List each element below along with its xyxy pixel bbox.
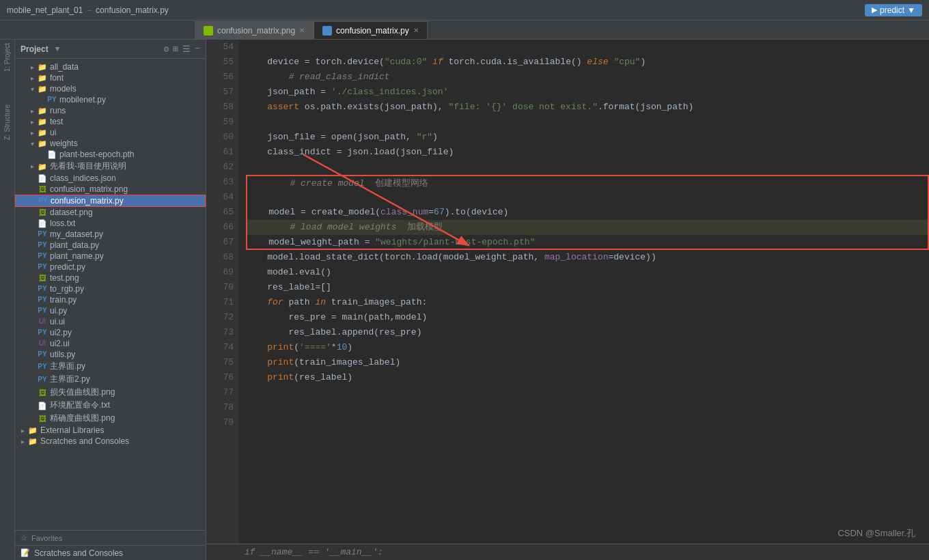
- tree-item-plant_name_py[interactable]: PYplant_name.py: [15, 251, 206, 262]
- project-header-title: Project: [20, 44, 48, 54]
- line-number-71: 71: [206, 295, 234, 310]
- code-line-73: res_label.append(res_pre): [246, 325, 929, 340]
- tree-item-my_dataset_py[interactable]: PYmy_dataset.py: [15, 229, 206, 240]
- file-icon: 📄: [46, 150, 57, 158]
- predict-button[interactable]: ▶ predict ▼: [865, 4, 922, 16]
- arrow-icon: ▸: [27, 107, 37, 115]
- tree-item-weights[interactable]: ▾📁weights: [15, 138, 206, 149]
- header-icon-gear[interactable]: ⚙: [164, 44, 169, 55]
- tree-item-runs[interactable]: ▸📁runs: [15, 105, 206, 116]
- code-area[interactable]: device = torch.device("cuda:0" if torch.…: [239, 40, 929, 544]
- tree-item-confusion_matrix_png_item[interactable]: 🖼confusion_matrix.png: [15, 184, 206, 195]
- line-number-76: 76: [206, 370, 234, 385]
- code-line-55: device = torch.device("cuda:0" if torch.…: [246, 55, 929, 70]
- sidebar-strip-structure[interactable]: Z: Structure: [3, 104, 11, 140]
- py-icon: PY: [37, 252, 48, 260]
- predict-label: predict: [880, 5, 904, 15]
- header-icon-close[interactable]: −: [195, 44, 200, 55]
- line-number-65: 65: [206, 205, 234, 220]
- tree-item-label: weights: [50, 139, 78, 148]
- py-icon: PY: [37, 376, 48, 384]
- arrow-icon: ▸: [27, 74, 37, 82]
- tree-item-ui2_py[interactable]: PYui2.py: [15, 327, 206, 338]
- tree-item-to_rgb_py[interactable]: PYto_rgb.py: [15, 283, 206, 294]
- tree-item-ui2_ui[interactable]: UIui2.ui: [15, 338, 206, 349]
- tree-item-all_data[interactable]: ▸📁all_data: [15, 61, 206, 72]
- tree-item-zhujiemian2_py[interactable]: PY主界面2.py: [15, 373, 206, 386]
- tree-item-xiankanwo[interactable]: ▸📁先看我-项目使用说明: [15, 160, 206, 173]
- arrow-icon: ▾: [27, 140, 37, 148]
- tree-item-predict_py[interactable]: PYpredict.py: [15, 262, 206, 272]
- folder-icon: 📁: [27, 437, 38, 445]
- tree-item-label: 精确度曲线图.png: [50, 412, 115, 424]
- line-number-78: 78: [206, 400, 234, 415]
- tree-item-ui_py[interactable]: PYui.py: [15, 305, 206, 316]
- txt-icon: 📄: [37, 219, 48, 227]
- tree-item-mobilenet_py[interactable]: PYmobilenet.py: [15, 94, 206, 105]
- tree-item-label: ui: [50, 128, 56, 137]
- project-dropdown-icon[interactable]: ▼: [55, 45, 60, 53]
- line-number-69: 69: [206, 265, 234, 280]
- arrow-icon: ▾: [27, 85, 37, 93]
- tree-item-sunshizhi_png[interactable]: 🖼损失值曲线图.png: [15, 386, 206, 399]
- tree-item-test_png[interactable]: 🖼test.png: [15, 272, 206, 283]
- code-line-59: [246, 115, 929, 130]
- tree-item-class_indices[interactable]: 📄class_indices.json: [15, 173, 206, 184]
- scratches-label: Scratches and Consoles: [34, 548, 123, 558]
- tree-item-label: ui2.ui: [50, 339, 70, 348]
- tree-item-utils_py[interactable]: PYutils.py: [15, 349, 206, 360]
- tree-item-label: utils.py: [50, 350, 75, 359]
- tab-py-icon: [322, 26, 332, 36]
- favorites-icon: ☆: [20, 533, 27, 542]
- tree-item-zhujiemian_py[interactable]: PY主界面.py: [15, 360, 206, 373]
- tree-item-scratches_consoles[interactable]: ▸📁Scratches and Consoles: [15, 436, 206, 447]
- tab-label-py: confusion_matrix.py: [336, 26, 409, 36]
- sidebar-strip-project[interactable]: 1: Project: [3, 43, 11, 72]
- tree-item-font[interactable]: ▸📁font: [15, 72, 206, 83]
- file-icon: 📄: [37, 174, 48, 182]
- tab-confusion-matrix-png[interactable]: confusion_matrix.png ✕: [195, 21, 314, 39]
- bottom-snippet: if __name__ == '__main__':: [206, 544, 929, 560]
- img-icon: 🖼: [37, 208, 48, 216]
- line-number-57: 57: [206, 85, 234, 100]
- tree-item-loss_txt[interactable]: 📄loss.txt: [15, 218, 206, 229]
- line-number-63: 63: [206, 175, 234, 190]
- main-area: 1: Project Z: Structure Project ▼ ⚙ ⊞ ☰ …: [0, 40, 929, 560]
- tree-item-label: plant_name.py: [50, 251, 104, 261]
- tree-item-dataset_png[interactable]: 🖼dataset.png: [15, 207, 206, 218]
- tree-item-test[interactable]: ▸📁test: [15, 116, 206, 127]
- tree-item-huanjingpeizhi_txt[interactable]: 📄环境配置命令.txt: [15, 399, 206, 412]
- tree-item-confusion_matrix_py_item[interactable]: PYconfusion_matrix.py: [15, 195, 206, 207]
- ui-icon: UI: [37, 318, 48, 326]
- tree-item-label: test: [50, 117, 63, 126]
- tab-close-png[interactable]: ✕: [299, 27, 305, 34]
- scratches-bar[interactable]: 📝 Scratches and Consoles: [15, 545, 206, 560]
- favorites-bar[interactable]: ☆ Favorites: [15, 530, 206, 545]
- tree-item-plant_data_py[interactable]: PYplant_data.py: [15, 240, 206, 251]
- tree-item-models[interactable]: ▾📁models: [15, 83, 206, 94]
- tree-item-label: 先看我-项目使用说明: [50, 160, 126, 172]
- tree-item-label: plant-best-epoch.pth: [59, 150, 134, 159]
- tree-item-train_py[interactable]: PYtrain.py: [15, 294, 206, 305]
- line-number-64: 64: [206, 190, 234, 205]
- arrow-icon: ▸: [18, 427, 27, 434]
- tree-item-jingquedu_png[interactable]: 🖼精确度曲线图.png: [15, 412, 206, 425]
- line-number-75: 75: [206, 355, 234, 370]
- tree-item-label: 损失值曲线图.png: [50, 387, 115, 398]
- img-icon: 🖼: [37, 274, 48, 282]
- line-number-68: 68: [206, 250, 234, 265]
- arrow-icon: ▸: [27, 129, 37, 137]
- tab-confusion-matrix-py[interactable]: confusion_matrix.py ✕: [314, 21, 428, 39]
- line-number-72: 72: [206, 310, 234, 325]
- tree-item-ui_ui[interactable]: UIui.ui: [15, 316, 206, 327]
- tab-close-py[interactable]: ✕: [413, 27, 419, 34]
- header-icon-settings[interactable]: ☰: [182, 44, 191, 55]
- tree-item-external_libraries[interactable]: ▸📁External Libraries: [15, 425, 206, 436]
- arrow-icon: ▸: [27, 163, 37, 170]
- header-icon-layout[interactable]: ⊞: [173, 44, 178, 55]
- folder-icon: 📁: [37, 63, 48, 71]
- line-number-59: 59: [206, 115, 234, 130]
- tree-item-plant_best[interactable]: 📄plant-best-epoch.pth: [15, 149, 206, 160]
- line-number-67: 67: [206, 235, 234, 250]
- tree-item-ui[interactable]: ▸📁ui: [15, 127, 206, 138]
